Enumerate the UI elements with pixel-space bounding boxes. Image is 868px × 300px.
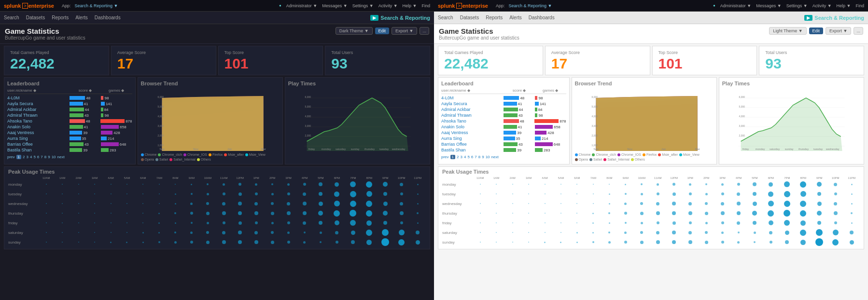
table-cell-name[interactable]: Aayla Secura	[7, 101, 70, 106]
nav-item-alerts[interactable]: Alerts	[509, 15, 522, 20]
top-nav-item-1[interactable]: Messages ▼	[756, 3, 781, 8]
nav-item-datasets[interactable]: Datasets	[26, 15, 45, 20]
top-nav-item-3[interactable]: Activity ▼	[378, 3, 398, 8]
bubble	[768, 191, 773, 197]
page-3[interactable]: 3	[460, 155, 462, 159]
page-10[interactable]: 10	[52, 155, 56, 159]
bubble-cell	[135, 193, 151, 194]
top-nav-item-4[interactable]: Help ▼	[403, 3, 417, 8]
page-5[interactable]: 5	[467, 155, 469, 159]
nav-item-alerts[interactable]: Alerts	[75, 15, 88, 20]
page-6[interactable]: 6	[471, 155, 473, 159]
table-cell-name[interactable]: Bastila Shan	[441, 148, 504, 152]
table-cell-name[interactable]: Bastila Shan	[7, 148, 70, 152]
top-nav-item-0[interactable]: Administrator ▼	[720, 3, 751, 8]
page-6[interactable]: 6	[37, 155, 39, 159]
table-cell-name[interactable]: 4-L0M	[7, 95, 70, 100]
table-cell-name[interactable]: Anakin Solo	[441, 124, 504, 129]
th-name[interactable]: user.nickname ◆	[7, 88, 70, 93]
page-prev[interactable]: prev	[7, 155, 15, 159]
table-cell-name[interactable]: Aaaj Ventress	[441, 130, 504, 135]
nav-item-reports[interactable]: Reports	[52, 15, 69, 20]
bubble-cell	[313, 211, 329, 216]
top-nav-item-0[interactable]: Administrator ▼	[286, 3, 317, 8]
bubble	[206, 241, 210, 244]
th-score[interactable]: score ◆	[504, 88, 535, 93]
theme-button[interactable]: Dark Theme ▼	[336, 27, 373, 35]
page-next[interactable]: next	[491, 155, 499, 159]
nav-item-reports[interactable]: Reports	[486, 15, 503, 20]
export-button[interactable]: Export ▼	[826, 27, 851, 35]
table-cell-name[interactable]: Ahsoka Tano	[7, 119, 70, 123]
table-cell-name[interactable]: Admiral Ackbar	[441, 107, 504, 112]
page-prev[interactable]: prev	[441, 155, 449, 159]
th-games[interactable]: games ◆	[101, 88, 132, 93]
th-score[interactable]: score ◆	[70, 88, 101, 93]
edit-button[interactable]: Edit	[809, 27, 824, 34]
legend-item-5: Msie_View	[679, 153, 700, 156]
bubble-cell	[103, 184, 119, 185]
page-7[interactable]: 7	[475, 155, 476, 159]
table-cell-name[interactable]: Aurra Sing	[441, 136, 504, 141]
page-4[interactable]: 4	[464, 155, 466, 159]
logo[interactable]: splunk>enterprise	[4, 3, 54, 9]
page-9[interactable]: 9	[48, 155, 50, 159]
theme-button[interactable]: Light Theme ▼	[769, 27, 806, 35]
bubble	[608, 212, 610, 214]
legend-item-9: Others	[631, 158, 645, 161]
page-2[interactable]: 2	[457, 155, 459, 159]
page-1[interactable]: 1	[450, 155, 455, 159]
bubble	[496, 203, 497, 204]
table-cell-name[interactable]: Aaaj Ventress	[7, 130, 70, 135]
table-cell-name[interactable]: Aurra Sing	[7, 136, 70, 141]
page-4[interactable]: 4	[30, 155, 32, 159]
more-button[interactable]: ...	[854, 27, 863, 35]
page-7[interactable]: 7	[41, 155, 42, 159]
nav-item-dashboards[interactable]: Dashboards	[529, 15, 555, 20]
bubble-cell	[296, 202, 312, 205]
top-nav-item-4[interactable]: Help ▼	[837, 3, 851, 8]
table-cell-name[interactable]: Admiral Ackbar	[7, 107, 70, 112]
time-label-19: 7PM	[345, 177, 361, 179]
bubble-cell	[569, 213, 585, 214]
page-8[interactable]: 8	[478, 155, 480, 159]
top-nav-item-2[interactable]: Settings ▼	[352, 3, 374, 8]
nav-item-datasets[interactable]: Datasets	[460, 15, 479, 20]
top-nav-item-5[interactable]: Find	[855, 3, 864, 8]
page-1[interactable]: 1	[16, 155, 21, 159]
export-button[interactable]: Export ▼	[392, 27, 417, 35]
play-times-panel: Play Timesfridaymondaysaturdaysundaythur…	[285, 77, 430, 164]
nav-item-search[interactable]: Search	[438, 15, 453, 20]
th-games[interactable]: games ◆	[535, 88, 566, 93]
table-cell-name[interactable]: Barrias Offee	[441, 142, 504, 147]
top-nav-item-2[interactable]: Settings ▼	[786, 3, 808, 8]
page-9[interactable]: 9	[482, 155, 484, 159]
table-cell-name[interactable]: Aayla Secura	[441, 101, 504, 106]
table-cell-name[interactable]: 4-L0M	[441, 95, 504, 100]
edit-button[interactable]: Edit	[375, 27, 390, 34]
top-nav-item-1[interactable]: Messages ▼	[322, 3, 347, 8]
app-name[interactable]: Search & Reporting ▼	[74, 3, 118, 8]
table-cell-name[interactable]: Barrias Offee	[7, 142, 70, 147]
table-cell-name[interactable]: Ahsoka Tano	[441, 119, 504, 123]
page-3[interactable]: 3	[26, 155, 28, 159]
logo[interactable]: splunk>enterprise	[438, 3, 488, 9]
table-cell-games: 98	[535, 96, 566, 100]
page-2[interactable]: 2	[23, 155, 25, 159]
top-nav-item-5[interactable]: Find	[421, 3, 430, 8]
top-nav-item-3[interactable]: Activity ▼	[812, 3, 832, 8]
page-5[interactable]: 5	[33, 155, 35, 159]
nav-item-dashboards[interactable]: Dashboards	[95, 15, 121, 20]
page-10[interactable]: 10	[486, 155, 490, 159]
th-name[interactable]: user.nickname ◆	[441, 88, 504, 93]
bubble	[206, 212, 210, 215]
nav-item-search[interactable]: Search	[4, 15, 19, 20]
bubble	[142, 222, 143, 223]
table-cell-name[interactable]: Admiral Thrawn	[7, 113, 70, 118]
page-next[interactable]: next	[57, 155, 65, 159]
table-cell-name[interactable]: Admiral Thrawn	[441, 113, 504, 118]
app-name[interactable]: Search & Reporting ▼	[508, 3, 552, 8]
more-button[interactable]: ...	[420, 27, 429, 35]
page-8[interactable]: 8	[44, 155, 46, 159]
table-cell-name[interactable]: Anakin Solo	[7, 124, 70, 129]
